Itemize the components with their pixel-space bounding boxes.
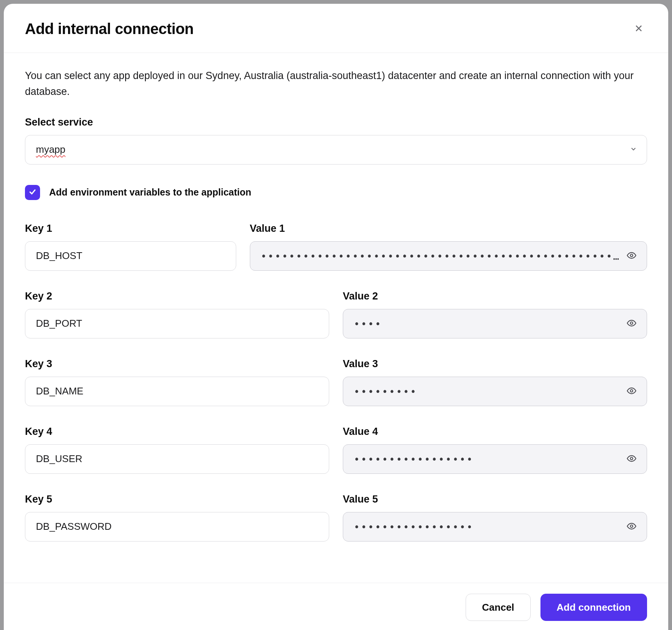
modal-description: You can select any app deployed in our S…: [25, 68, 647, 100]
add-env-vars-row: Add environment variables to the applica…: [25, 185, 647, 200]
select-service-label: Select service: [25, 116, 647, 128]
add-internal-connection-modal: Add internal connection You can select a…: [4, 4, 668, 630]
eye-icon: [627, 391, 636, 397]
modal-header: Add internal connection: [4, 4, 668, 53]
env-var-grid: Key 1Value 1••••••••••••••••••••••••••••…: [25, 223, 647, 542]
value-input[interactable]: •••••••••••••••••: [343, 444, 647, 474]
value-input[interactable]: ••••••••••••••••••••••••••••••••••••••••…: [250, 241, 647, 271]
reveal-value-button[interactable]: [624, 248, 639, 264]
add-env-vars-checkbox[interactable]: [25, 185, 40, 200]
key-input[interactable]: [25, 512, 329, 542]
key-label: Key 1: [25, 223, 236, 234]
value-col: Value 4•••••••••••••••••: [343, 426, 647, 474]
value-label: Value 1: [250, 223, 647, 234]
value-label: Value 2: [343, 290, 647, 302]
value-label: Value 4: [343, 426, 647, 438]
close-button[interactable]: [630, 21, 647, 37]
value-label: Value 3: [343, 358, 647, 370]
value-input-wrap: •••••••••••••••••: [343, 512, 647, 542]
modal-body: You can select any app deployed in our S…: [4, 53, 668, 583]
key-input[interactable]: [25, 377, 329, 406]
select-service-dropdown[interactable]: myapp: [25, 135, 647, 164]
svg-point-4: [630, 525, 633, 528]
eye-icon: [627, 323, 636, 329]
env-var-row: Key 5Value 5•••••••••••••••••: [25, 493, 647, 542]
value-col: Value 5•••••••••••••••••: [343, 493, 647, 542]
svg-point-0: [630, 254, 633, 257]
key-input[interactable]: [25, 241, 236, 271]
key-label: Key 5: [25, 493, 329, 505]
reveal-value-button[interactable]: [624, 316, 639, 331]
reveal-value-button[interactable]: [624, 519, 639, 534]
eye-icon: [627, 526, 636, 532]
cancel-button[interactable]: Cancel: [466, 594, 530, 621]
select-service-wrap: myapp: [25, 135, 647, 164]
key-col: Key 1: [25, 223, 236, 271]
value-input-wrap: ••••: [343, 309, 647, 338]
eye-icon: [627, 256, 636, 261]
key-label: Key 4: [25, 426, 329, 438]
svg-point-2: [630, 389, 633, 392]
value-input-wrap: ••••••••••••••••••••••••••••••••••••••••…: [250, 241, 647, 271]
value-input-wrap: •••••••••: [343, 377, 647, 406]
key-input[interactable]: [25, 444, 329, 474]
value-label: Value 5: [343, 493, 647, 505]
reveal-value-button[interactable]: [624, 383, 639, 399]
env-var-row: Key 1Value 1••••••••••••••••••••••••••••…: [25, 223, 647, 271]
value-input[interactable]: •••••••••: [343, 377, 647, 406]
svg-point-1: [630, 322, 633, 324]
env-var-row: Key 4Value 4•••••••••••••••••: [25, 426, 647, 474]
env-var-row: Key 3Value 3•••••••••: [25, 358, 647, 406]
key-col: Key 5: [25, 493, 329, 542]
check-icon: [28, 188, 37, 197]
key-col: Key 4: [25, 426, 329, 474]
env-var-row: Key 2Value 2••••: [25, 290, 647, 338]
value-input[interactable]: •••••••••••••••••: [343, 512, 647, 542]
key-col: Key 3: [25, 358, 329, 406]
key-col: Key 2: [25, 290, 329, 338]
value-input[interactable]: ••••: [343, 309, 647, 338]
modal-footer: Cancel Add connection: [4, 583, 668, 630]
key-label: Key 3: [25, 358, 329, 370]
reveal-value-button[interactable]: [624, 451, 639, 467]
value-col: Value 2••••: [343, 290, 647, 338]
select-service-value: myapp: [36, 144, 65, 155]
value-input-wrap: •••••••••••••••••: [343, 444, 647, 474]
key-input[interactable]: [25, 309, 329, 338]
svg-point-3: [630, 457, 633, 460]
value-col: Value 1•••••••••••••••••••••••••••••••••…: [250, 223, 647, 271]
key-label: Key 2: [25, 290, 329, 302]
add-env-vars-label: Add environment variables to the applica…: [49, 187, 251, 198]
modal-title: Add internal connection: [25, 20, 194, 37]
value-col: Value 3•••••••••: [343, 358, 647, 406]
eye-icon: [627, 459, 636, 464]
add-connection-button[interactable]: Add connection: [540, 594, 647, 621]
close-icon: [634, 24, 643, 34]
